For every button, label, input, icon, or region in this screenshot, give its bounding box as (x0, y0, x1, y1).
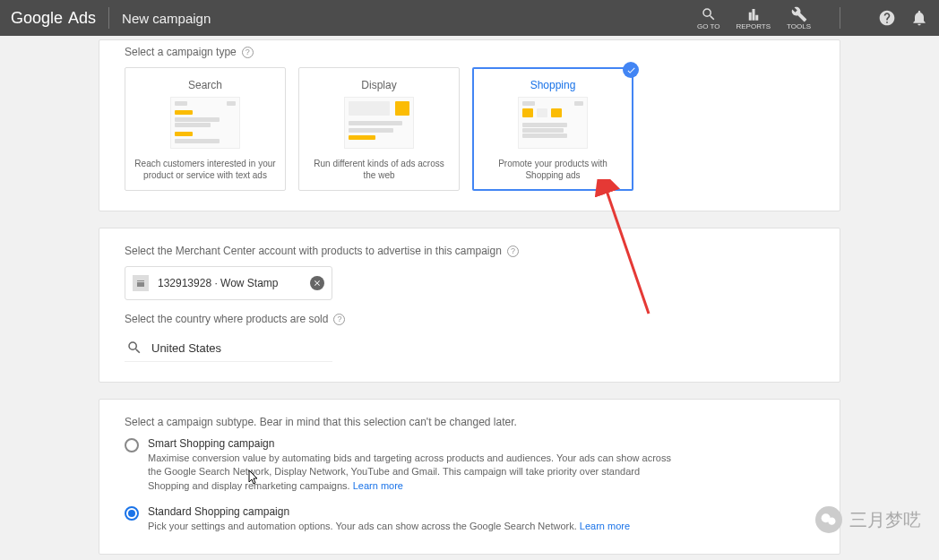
campaign-type-shopping[interactable]: Shopping Promote your products with Shop… (472, 67, 633, 191)
help-icon[interactable]: ? (507, 246, 519, 257)
divider (108, 7, 109, 29)
goto-tool[interactable]: GO TO (697, 6, 720, 30)
campaign-type-card: Select a campaign type ? Search Reach cu… (99, 39, 840, 211)
country-select[interactable]: United States (125, 334, 332, 362)
campaign-type-search[interactable]: Search Reach customers interested in you… (125, 67, 286, 191)
check-icon (623, 62, 639, 78)
shopping-thumbnail (518, 97, 588, 149)
campaign-type-label: Select a campaign type ? (125, 46, 814, 58)
search-thumbnail (170, 97, 240, 149)
country-label: Select the country where products are so… (125, 313, 814, 325)
merchant-card: Select the Merchant Center account with … (99, 228, 840, 383)
page-title: New campaign (122, 11, 211, 26)
help-icon[interactable]: ? (242, 47, 254, 58)
merchant-value: 132913928 · Wow Stamp (158, 277, 310, 289)
radio-smart-shopping[interactable]: Smart Shopping campaign Maximise convers… (125, 437, 814, 493)
learn-more-link[interactable]: Learn more (580, 521, 630, 531)
watermark: 三月梦呓 (815, 506, 921, 533)
reports-tool[interactable]: REPORTS (736, 6, 771, 30)
help-icon[interactable] (878, 9, 896, 27)
radio-button[interactable] (125, 506, 139, 521)
learn-more-link[interactable]: Learn more (353, 480, 403, 491)
merchant-label: Select the Merchant Center account with … (125, 245, 814, 257)
subtype-label: Select a campaign subtype. Bear in mind … (125, 416, 814, 428)
bar-chart-icon (745, 6, 762, 22)
country-value: United States (151, 341, 221, 355)
merchant-select[interactable]: 132913928 · Wow Stamp (125, 266, 332, 300)
google-ads-logo: Google Ads (11, 9, 96, 28)
svg-point-2 (828, 518, 835, 525)
wrench-icon (791, 6, 807, 22)
content-area: Select a campaign type ? Search Reach cu… (0, 39, 939, 560)
header-right: GO TO REPORTS TOOLS (697, 6, 928, 30)
logo-text-ads: Ads (65, 9, 96, 28)
campaign-type-display[interactable]: Display Run different kinds of ads acros… (298, 67, 460, 191)
radio-standard-shopping[interactable]: Standard Shopping campaign Pick your set… (125, 505, 814, 533)
close-icon (313, 279, 322, 288)
divider (840, 7, 840, 29)
wechat-icon (815, 506, 842, 533)
tools-tool[interactable]: TOOLS (787, 6, 811, 30)
search-icon (126, 340, 142, 356)
app-header: Google Ads New campaign GO TO REPORTS TO… (0, 0, 939, 36)
bell-icon[interactable] (910, 9, 928, 27)
radio-button[interactable] (125, 438, 139, 452)
store-icon (133, 275, 149, 291)
display-thumbnail (344, 97, 414, 149)
search-icon (701, 6, 717, 22)
logo-text-google: Google (11, 9, 63, 28)
help-icon[interactable]: ? (333, 314, 345, 325)
clear-button[interactable] (310, 276, 324, 290)
subtype-card: Select a campaign subtype. Bear in mind … (99, 399, 840, 555)
